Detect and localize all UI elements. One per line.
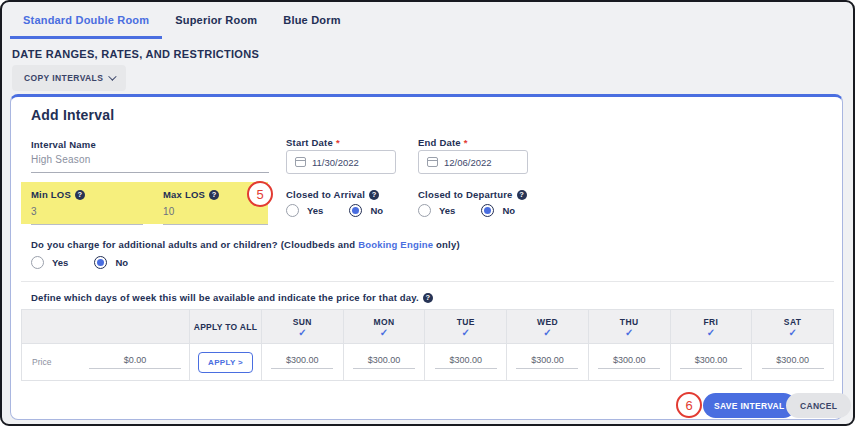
- card-title: Add Interval: [31, 107, 114, 123]
- apply-all-price-input[interactable]: $0.00: [89, 355, 181, 369]
- arrival-no-label: No: [370, 205, 383, 216]
- help-icon[interactable]: ?: [517, 190, 527, 200]
- closed-to-departure-label: Closed to Departure ?: [418, 189, 527, 200]
- days-instruction: Define which days of week this will be a…: [31, 292, 433, 303]
- price-cell-sat: $300.00: [751, 343, 833, 380]
- day-label: SUN: [293, 317, 312, 327]
- end-date-label: End Date *: [418, 137, 468, 148]
- days-instruction-text: Define which days of week this will be a…: [31, 292, 419, 303]
- closed-to-departure-radio-group: Yes No: [418, 204, 533, 217]
- arrival-no-radio[interactable]: [349, 204, 362, 217]
- closed-to-arrival-label: Closed to Arrival ?: [286, 189, 379, 200]
- day-label: FRI: [703, 317, 718, 327]
- add-interval-card: Add Interval Interval Name High Season S…: [10, 94, 843, 420]
- charge-no-label: No: [115, 257, 128, 268]
- charge-question-text: Do you charge for additional adults and …: [31, 239, 358, 250]
- charge-question-text-after: only): [433, 239, 460, 250]
- weekly-rate-table: APPLY TO ALL SUN ✓ MON ✓ TUE ✓ WED ✓ THU…: [21, 309, 834, 381]
- price-input-tue[interactable]: $300.00: [435, 355, 497, 369]
- tab-standard-double-room[interactable]: Standard Double Room: [10, 12, 162, 39]
- charge-question: Do you charge for additional adults and …: [31, 239, 460, 250]
- max-los-input[interactable]: 10: [163, 206, 175, 217]
- closed-to-arrival-label-text: Closed to Arrival: [286, 189, 365, 200]
- day-enabled-checkmark[interactable]: ✓: [543, 328, 551, 337]
- price-cell-mon: $300.00: [343, 343, 425, 380]
- day-enabled-checkmark[interactable]: ✓: [380, 328, 388, 337]
- apply-button-cell: APPLY >: [189, 343, 261, 380]
- tab-blue-dorm[interactable]: Blue Dorm: [270, 12, 353, 39]
- divider: [21, 281, 834, 282]
- price-input-sat[interactable]: $300.00: [762, 355, 824, 369]
- price-input-wed[interactable]: $300.00: [516, 355, 578, 369]
- max-los-underline: [163, 224, 268, 225]
- price-cell-tue: $300.00: [424, 343, 506, 380]
- day-label: THU: [620, 317, 639, 327]
- charge-no-radio[interactable]: [94, 256, 107, 269]
- price-input-fri[interactable]: $300.00: [680, 355, 742, 369]
- charge-radio-group: Yes No: [31, 256, 146, 269]
- apply-button[interactable]: APPLY >: [198, 352, 253, 373]
- closed-to-departure-label-text: Closed to Departure: [418, 189, 513, 200]
- end-date-input[interactable]: 12/06/2022: [418, 150, 528, 174]
- charge-yes-label: Yes: [52, 257, 68, 268]
- apply-to-all-header: APPLY TO ALL: [189, 310, 261, 343]
- day-header-sat: SAT ✓: [751, 310, 833, 343]
- start-date-label-text: Start Date: [286, 137, 333, 148]
- price-cell-fri: $300.00: [670, 343, 752, 380]
- help-icon[interactable]: ?: [369, 190, 379, 200]
- interval-name-label: Interval Name: [31, 139, 96, 150]
- day-label: MON: [374, 317, 395, 327]
- day-header-sun: SUN ✓: [261, 310, 343, 343]
- copy-intervals-label: COPY INTERVALS: [24, 73, 103, 83]
- price-input-thu[interactable]: $300.00: [598, 355, 660, 369]
- closed-to-arrival-radio-group: Yes No: [286, 204, 401, 217]
- min-los-underline: [31, 224, 143, 225]
- price-row-label: Price: [32, 357, 51, 367]
- help-icon[interactable]: ?: [423, 293, 433, 303]
- help-icon[interactable]: ?: [209, 190, 219, 200]
- help-icon[interactable]: ?: [75, 190, 85, 200]
- price-input-mon[interactable]: $300.00: [353, 355, 415, 369]
- day-enabled-checkmark[interactable]: ✓: [707, 328, 715, 337]
- day-enabled-checkmark[interactable]: ✓: [788, 328, 796, 337]
- save-interval-button[interactable]: SAVE INTERVAL: [703, 393, 796, 418]
- charge-yes-radio[interactable]: [31, 256, 44, 269]
- end-date-label-text: End Date: [418, 137, 461, 148]
- price-cell-wed: $300.00: [506, 343, 588, 380]
- cancel-button[interactable]: CANCEL: [786, 393, 851, 418]
- room-tabs: Standard Double Room Superior Room Blue …: [10, 12, 354, 39]
- day-label: WED: [537, 317, 558, 327]
- day-enabled-checkmark[interactable]: ✓: [625, 328, 633, 337]
- start-date-value: 11/30/2022: [312, 157, 359, 168]
- arrival-yes-label: Yes: [307, 205, 323, 216]
- required-asterisk: *: [336, 137, 340, 148]
- price-input-sun[interactable]: $300.00: [271, 355, 333, 369]
- day-header-fri: FRI ✓: [670, 310, 752, 343]
- start-date-label: Start Date *: [286, 137, 340, 148]
- day-header-wed: WED ✓: [506, 310, 588, 343]
- annotation-step-6: 6: [676, 392, 702, 418]
- departure-yes-radio[interactable]: [418, 204, 431, 217]
- price-cell-thu: $300.00: [588, 343, 670, 380]
- max-los-label-text: Max LOS: [163, 189, 205, 200]
- start-date-input[interactable]: 11/30/2022: [286, 150, 396, 174]
- arrival-yes-radio[interactable]: [286, 204, 299, 217]
- interval-name-input[interactable]: High Season: [31, 154, 90, 165]
- tab-superior-room[interactable]: Superior Room: [162, 12, 270, 39]
- chevron-down-icon: [108, 72, 116, 80]
- day-header-mon: MON ✓: [343, 310, 425, 343]
- day-header-tue: TUE ✓: [424, 310, 506, 343]
- price-cell-sun: $300.00: [261, 343, 343, 380]
- day-enabled-checkmark[interactable]: ✓: [462, 328, 470, 337]
- min-los-input[interactable]: 3: [31, 206, 37, 217]
- departure-yes-label: Yes: [439, 205, 455, 216]
- copy-intervals-button[interactable]: COPY INTERVALS: [12, 65, 126, 91]
- max-los-label: Max LOS ?: [163, 189, 219, 200]
- calendar-icon: [427, 157, 438, 167]
- annotation-step-5: 5: [247, 181, 273, 207]
- departure-no-radio[interactable]: [481, 204, 494, 217]
- end-date-value: 12/06/2022: [444, 157, 492, 168]
- calendar-icon: [295, 157, 306, 167]
- day-enabled-checkmark[interactable]: ✓: [298, 328, 306, 337]
- booking-engine-link[interactable]: Booking Engine: [358, 239, 433, 250]
